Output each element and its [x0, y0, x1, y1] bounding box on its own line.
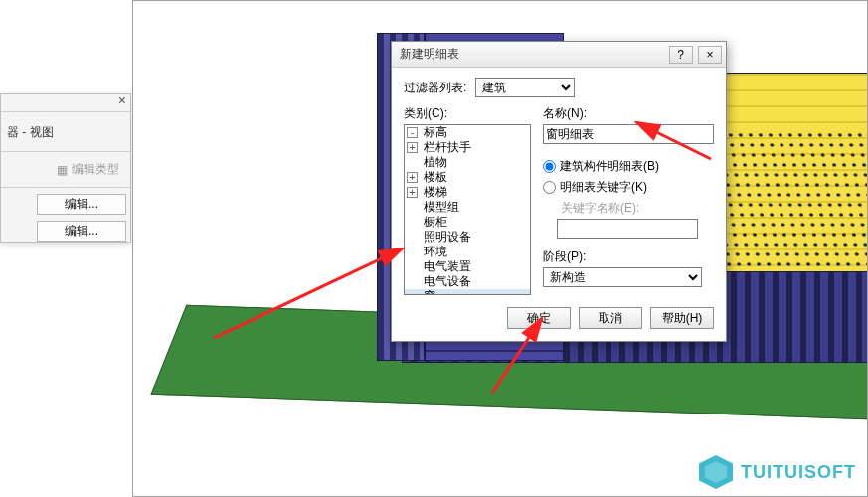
- new-schedule-dialog: 新建明细表 ? × 过滤器列表: 建筑 类别(C): -标高+栏杆扶手植物+楼板…: [391, 41, 727, 342]
- separator: [1, 187, 130, 188]
- category-item[interactable]: +楼板: [405, 170, 530, 185]
- category-item[interactable]: 电气设备: [405, 274, 530, 289]
- category-item[interactable]: 照明设备: [405, 230, 530, 245]
- panel-title: 器 - 视图: [1, 112, 130, 147]
- brand-logo-icon: [699, 455, 733, 489]
- name-input[interactable]: [543, 124, 714, 144]
- tree-toggle-icon[interactable]: +: [407, 142, 418, 153]
- category-item[interactable]: 植物: [405, 155, 530, 170]
- category-item[interactable]: 橱柜: [405, 215, 530, 230]
- edit-type-button[interactable]: ▦ 编辑类型: [52, 158, 124, 181]
- separator: [1, 151, 130, 152]
- grid-icon: ▦: [57, 163, 68, 177]
- category-item[interactable]: +楼梯: [405, 185, 530, 200]
- keyword-name-input: [557, 219, 698, 239]
- category-item[interactable]: 电气装置: [405, 259, 530, 274]
- close-icon[interactable]: ×: [698, 46, 722, 64]
- brand-text: TUITUISOFT: [741, 462, 856, 483]
- filter-label: 过滤器列表:: [404, 80, 475, 96]
- radio-keyword-schedule[interactable]: [543, 181, 556, 194]
- radio-component-schedule[interactable]: [543, 160, 556, 173]
- phase-select[interactable]: 新构造: [543, 267, 702, 287]
- cancel-button[interactable]: 取消: [579, 307, 642, 329]
- category-label: 类别(C):: [404, 105, 531, 122]
- help-icon[interactable]: ?: [669, 46, 693, 64]
- edit-button-2[interactable]: 编辑...: [37, 221, 126, 242]
- edit-type-label: 编辑类型: [72, 161, 119, 178]
- dialog-titlebar[interactable]: 新建明细表 ? ×: [392, 42, 726, 68]
- category-listbox[interactable]: -标高+栏杆扶手植物+楼板+楼梯模型组橱柜照明设备环境电气装置电气设备窗组成部分…: [404, 124, 531, 295]
- filter-select[interactable]: 建筑: [475, 78, 575, 97]
- properties-panel: 器 - 视图 ▦ 编辑类型 编辑... 编辑...: [0, 93, 131, 243]
- brand-watermark: TUITUISOFT: [699, 455, 856, 489]
- keyword-name-label: 关键字名称(E):: [561, 200, 714, 217]
- radio-component-schedule-label: 建筑构件明细表(B): [560, 158, 659, 175]
- radio-keyword-schedule-label: 明细表关键字(K): [560, 179, 647, 196]
- phase-label: 阶段(P):: [543, 248, 714, 265]
- tree-toggle-icon[interactable]: -: [407, 127, 418, 138]
- category-item-label: 窗: [424, 288, 435, 295]
- tree-toggle-icon[interactable]: +: [407, 172, 418, 183]
- ok-button[interactable]: 确定: [507, 307, 571, 329]
- category-item[interactable]: 模型组: [405, 200, 530, 215]
- category-item[interactable]: 环境: [405, 245, 530, 259]
- category-item[interactable]: -标高: [405, 125, 530, 140]
- edit-button-1[interactable]: 编辑...: [37, 194, 126, 215]
- name-label: 名称(N):: [543, 105, 714, 122]
- help-button[interactable]: 帮助(H): [650, 307, 714, 329]
- tree-toggle-icon[interactable]: +: [407, 187, 418, 198]
- dialog-title: 新建明细表: [400, 46, 667, 63]
- category-item[interactable]: +栏杆扶手: [405, 140, 530, 155]
- panel-close-bar[interactable]: [1, 94, 130, 112]
